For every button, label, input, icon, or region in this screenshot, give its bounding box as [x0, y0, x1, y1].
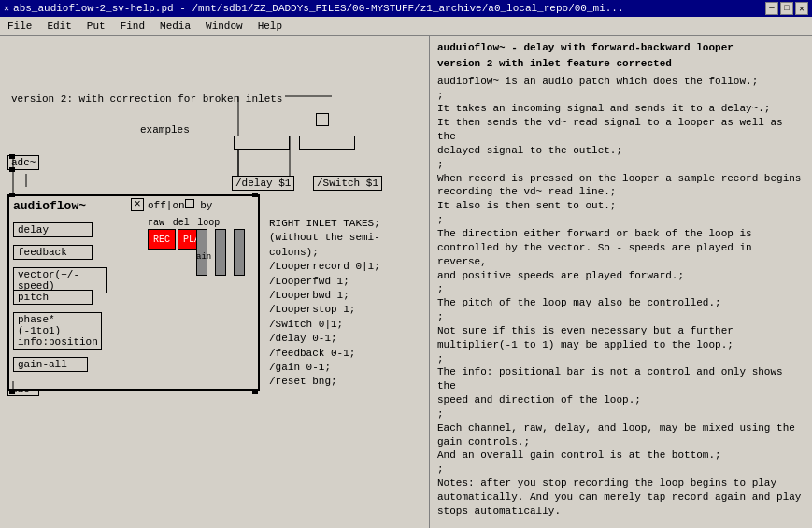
right-inlet-line4: /Looperfwd 1; [269, 275, 429, 289]
help-line13: The direction either forward or back of … [437, 227, 805, 241]
help-line12: ; [437, 213, 805, 227]
delay-msg-box[interactable]: /delay $1 [232, 176, 294, 191]
rec-button[interactable]: REC [148, 229, 176, 250]
help-line17: The pitch of the loop may also be contro… [437, 296, 805, 310]
audioflow-title: audioflow~ [13, 199, 86, 213]
main-content: version 2: with correction for broken in… [0, 36, 812, 528]
help-line8: ; [437, 158, 805, 172]
help-line19: Not sure if this is even necessary but a… [437, 324, 805, 338]
af-outlet-right [252, 390, 258, 394]
toggle-x: × [134, 198, 140, 211]
minimize-button[interactable]: ─ [765, 2, 778, 15]
help-line26: gain controls.; [437, 435, 805, 450]
pitch-control[interactable]: pitch [13, 290, 93, 305]
help-line29: Notes: after you stop recording the loop… [437, 477, 805, 491]
menu-put[interactable]: Put [83, 19, 109, 34]
delay-control[interactable]: delay [13, 222, 93, 237]
menu-edit[interactable]: Edit [43, 19, 75, 34]
right-inlet-line6: /Looperstop 1; [269, 303, 429, 317]
right-inlet-line1: RIGHT INLET TAKES; [269, 217, 429, 231]
help-line4: ; [437, 89, 805, 103]
help-line14: controlled by the vector. So - speeds ar… [437, 241, 805, 269]
help-line31: stops automatically. [437, 505, 805, 519]
help-line22: The info: positional bar is not a contro… [437, 365, 805, 393]
right-inlet-line2: (without the semi-colons); [269, 231, 429, 260]
small-square[interactable] [316, 113, 329, 126]
af-inlet-left [9, 193, 15, 197]
adc-inlet [9, 154, 15, 159]
maximize-button[interactable]: □ [780, 2, 793, 15]
menu-bar: File Edit Put Find Media Window Help [0, 17, 812, 36]
help-line23: speed and direction of the loop.; [437, 393, 805, 407]
examples-input-box[interactable] [234, 136, 290, 150]
right-inlet-line11: /reset bng; [269, 375, 429, 389]
del-slider[interactable] [215, 229, 226, 276]
help-line25: Each channel, raw, delay, and loop, may … [437, 421, 805, 435]
pd-canvas: version 2: with correction for broken in… [0, 36, 430, 528]
help-line3: audioflow~ is an audio patch which does … [437, 75, 805, 89]
right-inlet-line10: /gain 0-1; [269, 361, 429, 375]
help-line6: It then sends the vd~ read signal to a l… [437, 116, 805, 144]
gain-all-control[interactable]: gain-all [13, 357, 88, 372]
help-line7: delayed signal to the outlet.; [437, 144, 805, 158]
help-line2: version 2 with inlet feature corrected [437, 57, 805, 71]
help-line24: ; [437, 407, 805, 421]
help-line30: automatically. And you can merely tap re… [437, 491, 805, 505]
menu-media[interactable]: Media [156, 19, 194, 34]
help-content: auduioflow~ - delay with forward-backwar… [437, 41, 805, 528]
menu-file[interactable]: File [4, 19, 36, 34]
af-inlet-right [252, 193, 258, 197]
menu-window[interactable]: Window [202, 19, 247, 34]
help-line1: auduioflow~ - delay with forward-backwar… [437, 41, 805, 55]
right-inlet-line5: /Looperbwd 1; [269, 289, 429, 303]
help-line28: ; [437, 463, 805, 477]
help-line18: ; [437, 310, 805, 324]
title-bar: ✕ abs_audioflow~2_sv-help.pd - /mnt/sdb1… [0, 0, 812, 17]
menu-help[interactable]: Help [254, 19, 286, 34]
version-comment: version 2: with correction for broken in… [11, 93, 282, 105]
close-button[interactable]: ✕ [795, 2, 808, 15]
feedback-control[interactable]: feedback [13, 245, 93, 260]
app-icon: ✕ [4, 3, 9, 14]
menu-find[interactable]: Find [117, 19, 149, 34]
loop-slider[interactable] [234, 229, 245, 276]
del-label: del [173, 218, 190, 228]
help-panel: auduioflow~ - delay with forward-backwar… [430, 36, 812, 528]
help-line20: multiplier(-1 to 1) may be applied to th… [437, 338, 805, 352]
help-line5: It takes an incoming signal and sends it… [437, 102, 805, 116]
window-title: abs_audioflow~2_sv-help.pd - /mnt/sdb1/Z… [13, 3, 765, 14]
info-control[interactable]: info:position [13, 335, 102, 350]
help-line21: ; [437, 352, 805, 366]
right-inlet-text: RIGHT INLET TAKES; (without the semi-col… [269, 217, 429, 390]
right-inlet-line8: /delay 0-1; [269, 332, 429, 346]
rec-pla-row: raw del loop [148, 217, 220, 228]
help-line27: And an overall gain control is at the bo… [437, 449, 805, 463]
help-line10: recording the vd~ read line.; [437, 185, 805, 199]
examples-input-box2[interactable] [299, 136, 355, 150]
right-inlet-line9: /feedback 0-1; [269, 347, 429, 361]
help-line9: When record is pressed on the looper a s… [437, 172, 805, 186]
window-controls: ─ □ ✕ [765, 2, 808, 15]
ain-label: ain [196, 252, 211, 262]
loop-label: loop [197, 218, 220, 228]
raw-label: raw [148, 218, 164, 228]
adc-outlet [9, 167, 15, 172]
audioflow-patch: audioflow~ × off|on by raw del loop REC … [7, 194, 260, 391]
examples-label: examples [140, 124, 190, 136]
help-line15: and positive speeds are played forward.; [437, 269, 805, 283]
af-outlet-left [9, 390, 15, 394]
help-line11: It also is then sent to out.; [437, 199, 805, 213]
help-line16: ; [437, 282, 805, 296]
switch-msg-box[interactable]: /Switch $1 [313, 176, 382, 191]
toggle-box[interactable]: × [131, 198, 144, 211]
off-on-label: off|on by [148, 199, 212, 211]
right-inlet-line7: /Switch 0|1; [269, 318, 429, 332]
right-inlet-line3: /Looperrecord 0|1; [269, 260, 429, 274]
